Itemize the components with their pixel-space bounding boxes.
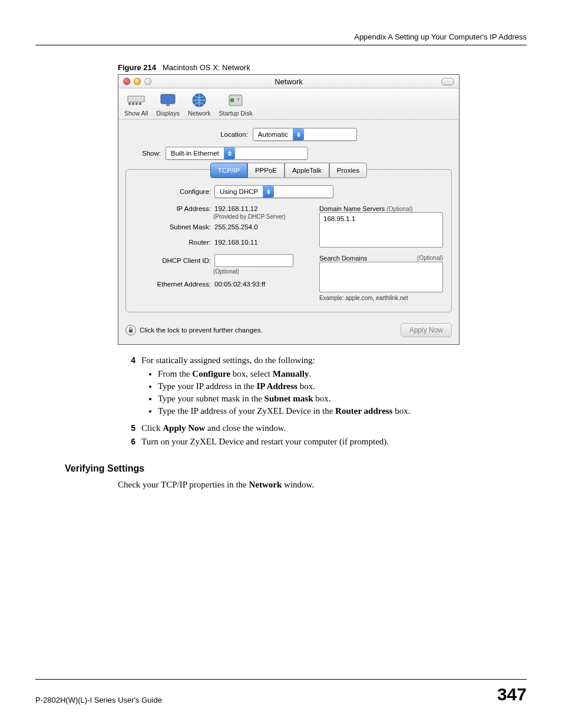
search-domains-example: Example: apple.com, earthlink.net <box>319 295 443 301</box>
configure-label: Configure: <box>134 188 214 195</box>
window-titlebar: Network <box>118 75 459 88</box>
dns-input[interactable]: 168.95.1.1 <box>319 212 443 248</box>
svg-rect-4 <box>139 103 141 105</box>
tab-appletalk[interactable]: AppleTalk <box>285 163 329 178</box>
dhcp-client-id-input[interactable] <box>214 254 293 267</box>
toolbar-startup[interactable]: ? Startup Disk <box>219 92 252 117</box>
prefpane-body: Location: Automatic Show: Built-in Ether… <box>118 120 459 344</box>
ip-address-note: (Provided by DHCP Server) <box>213 213 308 220</box>
ip-address-label: IP Address: <box>134 205 214 212</box>
lock-text: Click the lock to prevent further change… <box>140 327 262 334</box>
toolbar-displays-label: Displays <box>156 110 180 117</box>
svg-rect-5 <box>161 94 175 104</box>
toolbar-network[interactable]: Network <box>188 92 211 117</box>
router-label: Router: <box>134 239 214 246</box>
step6-text: Turn on your ZyXEL Device and restart yo… <box>141 437 527 447</box>
chevron-updown-icon <box>224 147 235 159</box>
showall-icon <box>126 92 146 108</box>
step4-bullet1: From the Configure box, select Manually. <box>158 369 527 379</box>
tab-box: TCP/IP PPPoE AppleTalk Proxies Configure… <box>125 169 452 312</box>
screenshot-frame: Network Show All Displays Netwo <box>118 74 459 345</box>
step4-bullet2: Type your IP address in the IP Address b… <box>158 381 527 391</box>
toolbar-showall[interactable]: Show All <box>124 92 148 117</box>
svg-rect-3 <box>135 103 138 105</box>
svg-rect-11 <box>129 330 133 332</box>
apply-now-button[interactable]: Apply Now <box>401 323 452 337</box>
show-value: Built-in Ethernet <box>166 150 224 157</box>
svg-rect-0 <box>128 96 144 102</box>
ethernet-address-value: 00:05:02:43:93:ff <box>214 281 265 288</box>
ip-address-value: 192.168.11.12 <box>214 205 258 212</box>
toolbar-displays[interactable]: Displays <box>156 92 180 117</box>
location-value: Automatic <box>253 131 293 138</box>
toolbar-network-label: Network <box>188 110 211 117</box>
dhcp-client-id-label: DHCP Client ID: <box>134 257 214 264</box>
figure-number: Figure 214 <box>118 63 156 72</box>
lock-icon[interactable] <box>125 325 136 335</box>
page-number: 347 <box>497 684 527 704</box>
verifying-text: Check your TCP/IP properties in the Netw… <box>118 480 527 490</box>
dns-label-text: Domain Name Servers <box>319 205 385 212</box>
svg-point-9 <box>230 98 234 102</box>
step4-bullet4: Type the IP address of your ZyXEL Device… <box>158 406 527 416</box>
step4-bullet3: Type your subnet mask in the Subnet mask… <box>158 394 527 404</box>
show-select[interactable]: Built-in Ethernet <box>166 147 308 160</box>
step-number: 5 <box>118 423 141 433</box>
figure-caption: Figure 214 Macintosh OS X: Network <box>118 63 527 72</box>
network-icon <box>189 92 209 108</box>
tabstrip: TCP/IP PPPoE AppleTalk Proxies <box>126 163 451 178</box>
dns-optional: (Optional) <box>386 206 412 212</box>
dhcp-optional-note: (Optional) <box>213 268 308 275</box>
toolbar-showall-label: Show All <box>124 110 148 117</box>
search-domains-input[interactable] <box>319 262 443 292</box>
chevron-updown-icon <box>293 129 304 140</box>
svg-rect-6 <box>166 104 170 106</box>
tab-tcpip[interactable]: TCP/IP <box>210 163 247 178</box>
search-domains-optional: (Optional) <box>417 255 443 262</box>
location-select[interactable]: Automatic <box>253 128 357 141</box>
router-value: 192.168.10.11 <box>214 239 258 246</box>
subnet-mask-label: Subnet Mask: <box>134 223 214 230</box>
step-number: 4 <box>118 355 141 365</box>
search-domains-label: Search Domains <box>319 255 367 262</box>
tab-proxies[interactable]: Proxies <box>329 163 367 178</box>
location-label: Location: <box>220 131 253 138</box>
show-label: Show: <box>131 150 166 157</box>
toolbar-toggle-icon[interactable] <box>441 78 454 85</box>
bottom-row: Click the lock to prevent further change… <box>125 323 452 337</box>
toolbar-startup-label: Startup Disk <box>219 110 252 117</box>
search-domains-section: Search Domains (Optional) <box>319 255 443 262</box>
prefpane-toolbar: Show All Displays Network ? Startup Disk <box>118 88 459 120</box>
displays-icon <box>158 92 178 108</box>
configure-value: Using DHCP <box>215 188 263 195</box>
verifying-heading: Verifying Settings <box>65 463 527 474</box>
ethernet-address-label: Ethernet Address: <box>134 281 214 288</box>
svg-rect-2 <box>132 103 134 105</box>
step4-intro: For statically assigned settings, do the… <box>141 355 315 365</box>
step5-text: Click Apply Now and close the window. <box>141 423 527 433</box>
page-header: Appendix A Setting up Your Computer's IP… <box>35 32 527 45</box>
window-title: Network <box>118 77 459 86</box>
footer-left: P-2802H(W)(L)-I Series User's Guide <box>35 696 162 704</box>
svg-rect-1 <box>128 103 131 105</box>
figure-title: Macintosh OS X: Network <box>163 63 250 72</box>
tab-pppoe[interactable]: PPPoE <box>247 163 285 178</box>
chevron-updown-icon <box>263 186 274 197</box>
dns-section-label: Domain Name Servers (Optional) <box>319 205 443 212</box>
body-text: 4 For statically assigned settings, do t… <box>118 355 527 490</box>
configure-select[interactable]: Using DHCP <box>214 185 333 198</box>
subnet-mask-value: 255.255.254.0 <box>214 223 258 230</box>
startup-disk-icon: ? <box>226 92 246 108</box>
step-number: 6 <box>118 437 141 446</box>
svg-text:?: ? <box>237 97 240 103</box>
page-footer: P-2802H(W)(L)-I Series User's Guide 347 <box>35 679 527 704</box>
